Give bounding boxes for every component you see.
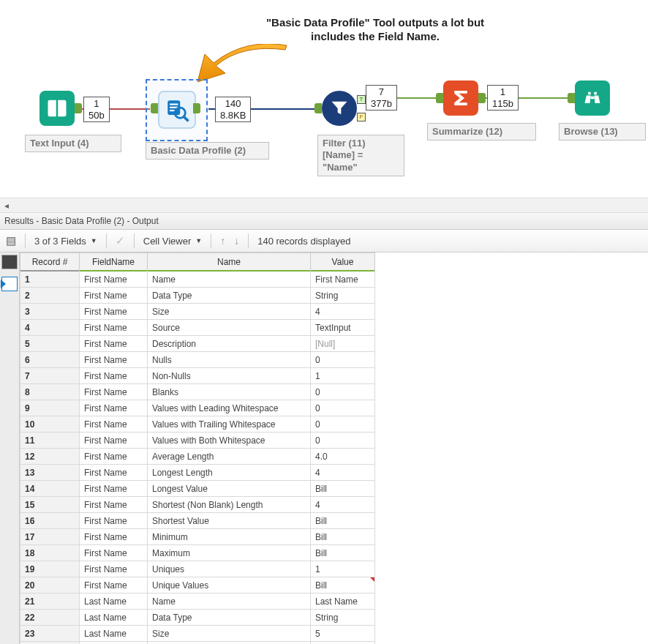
table-row[interactable]: 12First NameAverage Length4.0 bbox=[20, 449, 375, 465]
tool-filter[interactable]: T F Filter (11) [Name] = "Name" bbox=[322, 91, 357, 126]
magnifier-report-icon bbox=[165, 97, 189, 122]
funnel-icon bbox=[329, 98, 350, 119]
table-row[interactable]: 22Last NameData TypeString bbox=[20, 610, 375, 626]
tool-label: Basic Data Profile (2) bbox=[146, 142, 269, 160]
sort-desc-icon[interactable]: ↓ bbox=[231, 233, 242, 248]
conn-label-bdp: 140 8.8KB bbox=[215, 97, 251, 122]
tool-text-input[interactable]: Text Input (4) bbox=[39, 91, 75, 126]
annotation-text: "Basic Data Profile" Tool outputs a lot … bbox=[262, 16, 489, 44]
svg-rect-2 bbox=[60, 104, 64, 105]
tool-label: Filter (11) [Name] = "Name" bbox=[317, 135, 404, 176]
table-row[interactable]: 10First NameValues with Trailing Whitesp… bbox=[20, 416, 375, 433]
anchor-true[interactable]: T bbox=[357, 95, 366, 104]
tool-basic-data-profile[interactable]: Basic Data Profile (2) bbox=[158, 91, 196, 129]
table-row[interactable]: 7First NameNon-Nulls1 bbox=[20, 368, 375, 384]
anchor-false[interactable]: F bbox=[357, 113, 366, 121]
col-header-name[interactable]: Name bbox=[148, 253, 311, 272]
col-header-record[interactable]: Record # bbox=[20, 253, 80, 272]
results-toolbar: ▤ 3 of 3 Fields▼ ✓ Cell Viewer▼ ↑ ↓ 140 … bbox=[0, 230, 648, 252]
table-row[interactable]: 6First NameNulls0 bbox=[20, 352, 375, 368]
gutter-current-row[interactable] bbox=[1, 277, 18, 291]
tool-browse[interactable]: Browse (13) bbox=[575, 80, 610, 116]
table-row[interactable]: 21Last NameNameLast Name bbox=[20, 594, 375, 610]
table-row[interactable]: 15First NameShortest (Non Blank) Length4 bbox=[20, 497, 375, 513]
table-row[interactable]: 20First NameUnique ValuesBill bbox=[20, 577, 375, 594]
svg-rect-3 bbox=[60, 107, 64, 108]
tool-label: Summarize (12) bbox=[427, 123, 536, 141]
results-title: Results - Basic Data Profile (2) - Outpu… bbox=[0, 213, 648, 230]
table-row[interactable]: 4First NameSourceTextInput bbox=[20, 320, 375, 336]
col-header-fieldname[interactable]: FieldName bbox=[80, 253, 148, 272]
table-row[interactable]: 14First NameLongest ValueBill bbox=[20, 481, 375, 497]
gutter-all-rows[interactable] bbox=[1, 255, 18, 269]
conn-label-text-input: 1 50b bbox=[83, 97, 110, 122]
table-row[interactable]: 16First NameShortest ValueBill bbox=[20, 513, 375, 529]
conn-label-filter: 7 377b bbox=[366, 85, 397, 111]
records-count-label: 140 records displayed bbox=[255, 234, 353, 248]
table-row[interactable]: 19First NameUniques1 bbox=[20, 561, 375, 577]
col-header-value[interactable]: Value bbox=[311, 253, 375, 272]
table-row[interactable]: 2First NameData TypeString bbox=[20, 288, 375, 304]
table-row[interactable]: 3First NameSize4 bbox=[20, 304, 375, 320]
svg-rect-5 bbox=[170, 104, 178, 105]
results-grid[interactable]: Record # FieldName Name Value 1First Nam… bbox=[20, 252, 375, 644]
cell-viewer-dropdown[interactable]: Cell Viewer▼ bbox=[140, 234, 205, 248]
conn-label-summarize: 1 115b bbox=[487, 85, 519, 111]
workflow-canvas[interactable]: "Basic Data Profile" Tool outputs a lot … bbox=[0, 0, 648, 198]
sigma-icon bbox=[450, 87, 472, 109]
row-gutter bbox=[0, 252, 20, 644]
apply-icon[interactable]: ✓ bbox=[113, 233, 128, 249]
binoculars-icon bbox=[582, 88, 603, 108]
table-row[interactable]: 5First NameDescription[Null] bbox=[20, 336, 375, 352]
table-row[interactable]: 8First NameBlanks0 bbox=[20, 384, 375, 400]
table-row[interactable]: 1First NameNameFirst Name bbox=[20, 272, 375, 288]
svg-line-9 bbox=[184, 117, 189, 121]
tool-label: Browse (13) bbox=[559, 123, 646, 141]
table-row[interactable]: 17First NameMinimumBill bbox=[20, 529, 375, 545]
table-row[interactable]: 18First NameMaximumBill bbox=[20, 545, 375, 561]
book-icon bbox=[46, 97, 68, 119]
table-row[interactable]: 23Last NameSize5 bbox=[20, 626, 375, 642]
fields-dropdown[interactable]: 3 of 3 Fields▼ bbox=[31, 234, 100, 248]
table-row[interactable]: 11First NameValues with Both Whitespace0 bbox=[20, 433, 375, 449]
tool-summarize[interactable]: Summarize (12) bbox=[443, 80, 478, 116]
arrow-icon bbox=[197, 44, 293, 88]
sort-asc-icon[interactable]: ↑ bbox=[217, 233, 228, 248]
svg-rect-0 bbox=[50, 104, 54, 105]
tool-label: Text Input (4) bbox=[25, 135, 121, 152]
svg-rect-7 bbox=[170, 110, 175, 111]
table-row[interactable]: 13First NameLongest Length4 bbox=[20, 465, 375, 481]
list-view-icon[interactable]: ▤ bbox=[3, 233, 19, 249]
canvas-hscrollbar[interactable]: ◂ bbox=[0, 198, 648, 213]
scroll-left-icon[interactable]: ◂ bbox=[0, 199, 12, 211]
svg-rect-1 bbox=[50, 107, 54, 108]
table-row[interactable]: 9First NameValues with Leading Whitespac… bbox=[20, 400, 375, 416]
table-row[interactable]: 24Last NameSourceTextInput bbox=[20, 642, 375, 645]
